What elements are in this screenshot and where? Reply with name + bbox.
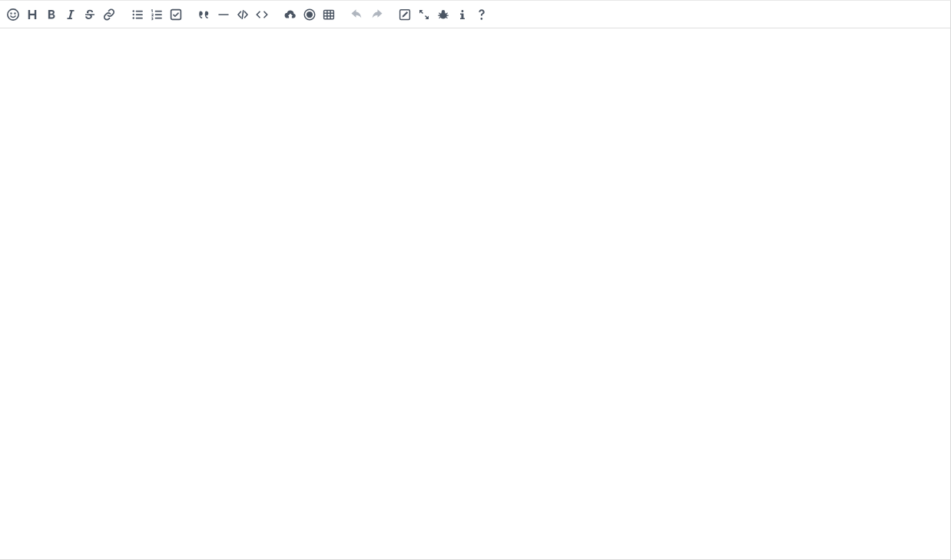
link-button[interactable] <box>99 5 118 24</box>
markdown-editor <box>0 0 951 560</box>
quote-button[interactable] <box>194 5 214 24</box>
svg-point-15 <box>306 11 312 17</box>
heading-icon <box>25 8 39 22</box>
numbered-list-icon <box>150 8 164 22</box>
cloud-upload-icon <box>283 8 297 22</box>
help-button[interactable] <box>472 5 491 24</box>
svg-rect-4 <box>135 10 142 12</box>
svg-rect-9 <box>154 10 161 12</box>
bug-button[interactable] <box>433 5 452 24</box>
fullscreen-icon <box>417 8 431 22</box>
inline-code-icon <box>236 8 250 22</box>
bullet-list-button[interactable] <box>128 5 147 24</box>
task-list-icon <box>169 8 183 22</box>
task-list-button[interactable] <box>166 5 185 24</box>
horizontal-rule-icon <box>217 8 230 22</box>
strikethrough-button[interactable] <box>80 5 99 24</box>
link-icon <box>102 8 116 22</box>
svg-rect-16 <box>323 10 333 18</box>
strikethrough-icon <box>83 8 97 22</box>
quote-icon <box>197 8 211 22</box>
info-button[interactable] <box>452 5 472 24</box>
svg-rect-6 <box>135 14 142 15</box>
svg-point-5 <box>132 13 134 15</box>
code-block-button[interactable] <box>252 5 271 24</box>
bold-icon <box>45 8 58 22</box>
svg-point-2 <box>15 13 15 14</box>
code-block-icon <box>255 8 269 22</box>
editor-content-area[interactable] <box>0 28 950 559</box>
emoji-icon <box>6 8 20 22</box>
undo-button <box>347 5 366 24</box>
svg-point-0 <box>7 8 18 19</box>
svg-point-3 <box>132 10 134 12</box>
bold-button[interactable] <box>41 5 61 24</box>
record-button[interactable] <box>300 5 319 24</box>
upload-image-button[interactable] <box>280 5 300 24</box>
svg-point-1 <box>11 13 12 14</box>
record-icon <box>303 8 316 22</box>
editor-toolbar <box>0 1 950 28</box>
bug-icon <box>436 8 450 22</box>
italic-icon <box>64 8 78 22</box>
svg-rect-11 <box>154 17 161 18</box>
numbered-list-button[interactable] <box>147 5 166 24</box>
italic-button[interactable] <box>61 5 80 24</box>
redo-icon <box>369 8 383 22</box>
table-icon <box>322 8 336 22</box>
table-button[interactable] <box>319 5 338 24</box>
redo-button <box>366 5 386 24</box>
edit-mode-button[interactable] <box>395 5 414 24</box>
svg-rect-13 <box>218 14 229 15</box>
fullscreen-button[interactable] <box>414 5 433 24</box>
heading-button[interactable] <box>22 5 41 24</box>
inline-code-button[interactable] <box>233 5 252 24</box>
svg-rect-10 <box>154 14 161 15</box>
svg-rect-8 <box>135 17 142 18</box>
horizontal-rule-button[interactable] <box>214 5 233 24</box>
emoji-button[interactable] <box>3 5 22 24</box>
bullet-list-icon <box>131 8 144 22</box>
edit-icon <box>398 8 412 22</box>
svg-point-7 <box>132 17 134 18</box>
info-icon <box>456 8 469 22</box>
undo-icon <box>350 8 364 22</box>
help-icon <box>475 8 489 22</box>
